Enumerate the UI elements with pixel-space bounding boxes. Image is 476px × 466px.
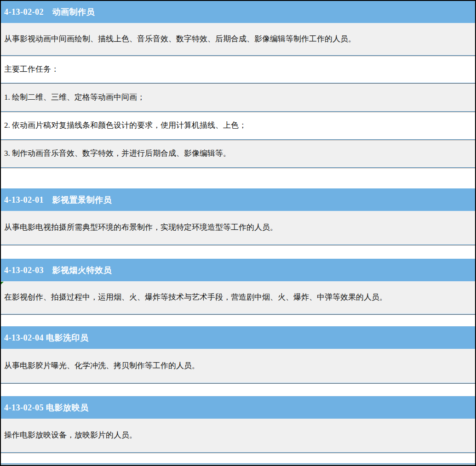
bottom-divider <box>1 464 475 465</box>
spacer-row <box>1 383 475 397</box>
spacer-row <box>1 245 475 259</box>
spacer-row <box>1 453 475 464</box>
task-item-3: 3. 制作动画音乐音效、数字特效，并进行后期合成、影像编辑等。 <box>1 140 475 168</box>
section-description-text: 在影视创作、拍摄过程中，运用烟、火、爆炸等技术与艺术手段，营造剧中烟、火、爆炸、… <box>4 292 387 303</box>
section-description: 在影视创作、拍摄过程中，运用烟、火、爆炸等技术与艺术手段，营造剧中烟、火、爆炸、… <box>1 281 475 314</box>
section-description: 从事电影胶片曝光、化学冲洗、拷贝制作等工作的人员。 <box>1 349 475 383</box>
section-header-4-13-02-04: 4-13-02-04 电影洗印员 <box>1 327 475 349</box>
spacer-row <box>1 314 475 327</box>
tasks-label: 主要工作任务： <box>1 56 475 83</box>
task-item-1: 1. 绘制二维、三维、定格等动画中间画； <box>1 83 475 112</box>
section-description: 从事电影电视拍摄所需典型环境的布景制作，实现特定环境造型等工作的人员。 <box>1 211 475 245</box>
task-item-2: 2. 依动画片稿对复描线条和颜色设计的要求，使用计算机描线、上色； <box>1 112 475 140</box>
spacer-row <box>1 168 475 189</box>
section-header-4-13-02-02: 4-13-02-02 动画制作员 <box>1 1 475 23</box>
section-description: 从事影视动画中间画绘制、描线上色、音乐音效、数字特效、后期合成、影像编辑等制作工… <box>1 23 475 56</box>
occupation-classification-page: 4-13-02-02 动画制作员 从事影视动画中间画绘制、描线上色、音乐音效、数… <box>0 0 476 466</box>
section-header-4-13-02-05: 4-13-02-05 电影放映员 <box>1 397 475 419</box>
section-header-4-13-02-03: 4-13-02-03 影视烟火特效员 <box>1 259 475 281</box>
section-description: 操作电影放映设备，放映影片的人员。 <box>1 419 475 453</box>
cell-comment-marker-icon <box>1 282 4 284</box>
section-header-4-13-02-01: 4-13-02-01 影视置景制作员 <box>1 189 475 211</box>
